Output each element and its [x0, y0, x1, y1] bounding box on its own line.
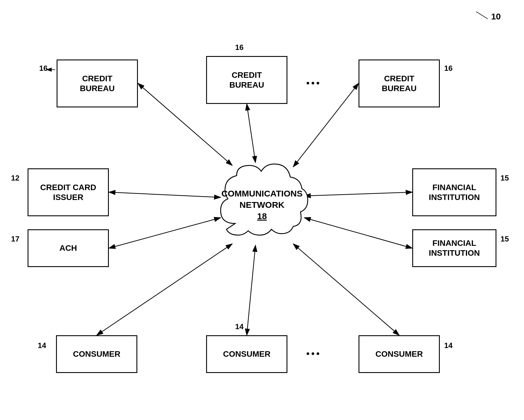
- ach-box: ACH: [28, 229, 109, 267]
- dots-bottom: •••: [306, 348, 321, 359]
- label-14-left: 14: [38, 341, 46, 350]
- svg-line-4: [293, 83, 359, 167]
- svg-line-9: [97, 244, 232, 335]
- svg-line-11: [293, 244, 399, 335]
- financial-inst-top: FINANCIALINSTITUTION: [412, 168, 496, 216]
- label-16-center: 16: [235, 43, 244, 52]
- svg-line-13: [476, 12, 488, 19]
- credit-bureau-center: CREDITBUREAU: [206, 56, 287, 104]
- consumer-right: CONSUMER: [359, 335, 440, 373]
- cloud-label: COMMUNICATIONSNETWORK 18: [222, 188, 302, 222]
- label-12: 12: [11, 174, 19, 183]
- credit-bureau-right: CREDITBUREAU: [359, 60, 440, 107]
- diagram-container: COMMUNICATIONSNETWORK 18 CREDITBUREAU 16…: [0, 0, 524, 420]
- label-15-top: 15: [500, 174, 509, 183]
- credit-card-issuer: CREDIT CARDISSUER: [28, 168, 109, 216]
- svg-line-3: [247, 104, 255, 163]
- label-arrow-16-left: [45, 67, 58, 73]
- dots-top: dots_top •••: [306, 78, 321, 89]
- label-17: 17: [11, 235, 19, 244]
- financial-inst-bottom: FINANCIALINSTITUTION: [412, 229, 496, 267]
- svg-line-7: [304, 192, 412, 196]
- label-16-right: 16: [444, 64, 453, 73]
- svg-line-8: [304, 218, 412, 248]
- label-14-right: 14: [444, 341, 453, 350]
- label-14-center: 14: [235, 322, 244, 331]
- svg-line-5: [109, 192, 221, 197]
- consumer-center: CONSUMER: [206, 335, 287, 373]
- credit-bureau-left: CREDITBUREAU: [57, 60, 138, 107]
- consumer-left: CONSUMER: [56, 335, 137, 373]
- cloud-network: COMMUNICATIONSNETWORK 18: [209, 160, 315, 247]
- cloud-number: 18: [257, 211, 267, 221]
- label-15-bottom: 15: [500, 235, 509, 244]
- svg-line-6: [109, 218, 221, 248]
- figure-number-arrow: [473, 9, 491, 20]
- svg-line-10: [247, 245, 255, 335]
- figure-number: 10: [491, 12, 501, 21]
